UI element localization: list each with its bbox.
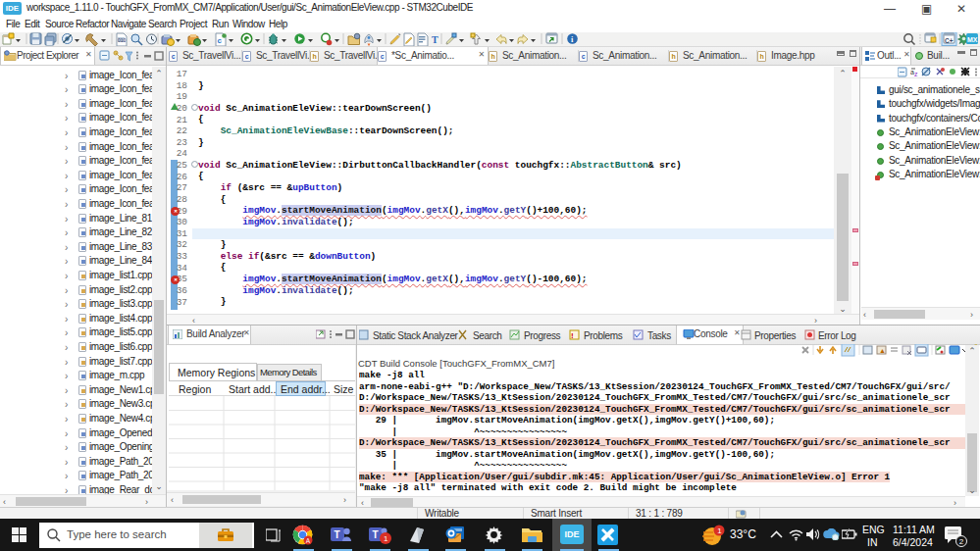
svg-text:MX: MX: [967, 36, 978, 43]
svg-text:T: T: [432, 34, 438, 45]
svg-text:T: T: [335, 529, 340, 540]
svg-text:c: c: [218, 36, 223, 45]
svg-text:010: 010: [118, 37, 127, 43]
svg-text:1: 1: [717, 526, 722, 535]
svg-text:▲: ▲: [879, 347, 886, 354]
svg-text:1: 1: [384, 534, 388, 543]
svg-text:z: z: [914, 71, 918, 77]
svg-text:A: A: [306, 537, 311, 544]
svg-text:2: 2: [959, 537, 964, 546]
svg-text:T: T: [373, 529, 379, 540]
svg-text:C+: C+: [945, 37, 954, 44]
svg-text:!: !: [571, 331, 574, 340]
